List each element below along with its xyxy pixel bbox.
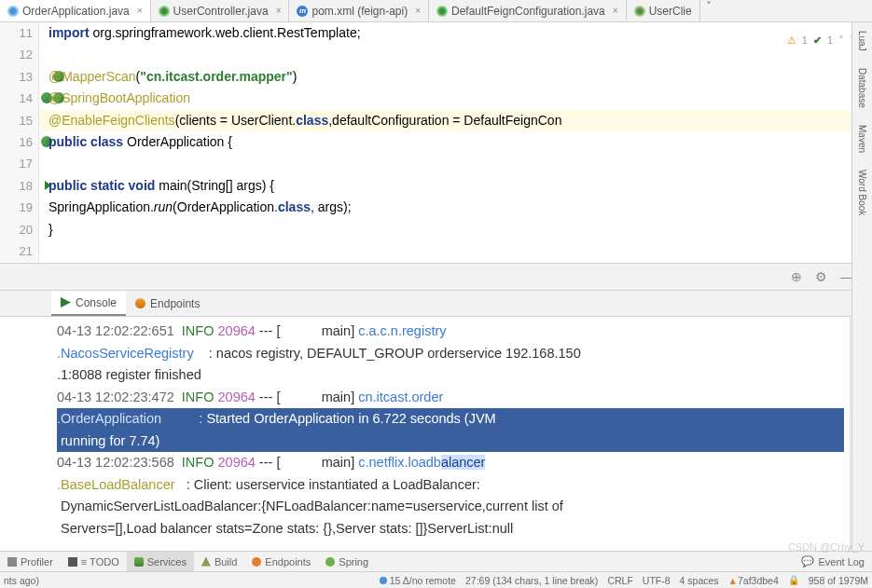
console-tab-endpoints[interactable]: Endpoints — [126, 291, 209, 316]
log-line: .1:8088 register finished — [57, 364, 844, 387]
toolwindow-label: Services — [147, 556, 187, 567]
caret-position[interactable]: 27:69 (134 chars, 1 line break) — [465, 575, 598, 586]
line-separator[interactable]: CRLF — [607, 575, 632, 586]
tab-overflow-icon[interactable]: ˅ — [700, 0, 717, 21]
target-icon[interactable]: ⊕ — [791, 269, 802, 284]
log-line: 04-13 12:02:22:651 INFO 20964 --- [ main… — [57, 321, 844, 343]
int-file-icon — [634, 6, 645, 17]
close-icon[interactable]: × — [276, 6, 282, 16]
status-bar: nts ago) 15 Δ/no remote 27:69 (134 chars… — [0, 571, 872, 588]
lock-icon[interactable]: 🔒 — [788, 575, 799, 585]
toolwindow-label: Profiler — [21, 556, 53, 567]
tab-label: UserClie — [649, 5, 692, 18]
log-line: Servers=[],Load balancer stats=Zone stat… — [57, 518, 844, 540]
memory[interactable]: 958 of 1979M — [809, 575, 868, 586]
line-number[interactable]: 19 — [0, 197, 33, 218]
log-line: .NacosServiceRegistry : nacos registry, … — [57, 343, 844, 365]
line-number[interactable]: 15 — [0, 110, 33, 131]
gutter: 1112131415161718192021 — [0, 22, 39, 263]
console-tab-label: Endpoints — [150, 297, 200, 310]
code-line: SpringApplication.run(OrderApplication.c… — [48, 197, 872, 218]
close-icon[interactable]: × — [415, 6, 421, 16]
ep2-icon — [252, 557, 261, 567]
toolwindow-services[interactable]: Services — [127, 552, 194, 571]
code-line — [48, 240, 872, 262]
event-icon: 💬 — [801, 555, 814, 567]
toolwindow-label: Build — [215, 556, 237, 567]
log-line: DynamicServerListLoadBalancer:{NFLoadBal… — [57, 496, 844, 518]
tab-userclie[interactable]: UserClie — [627, 0, 700, 21]
line-number[interactable]: 13 — [0, 66, 33, 88]
line-number[interactable]: 21 — [0, 240, 33, 262]
tab-label: DefaultFeignConfiguration.java — [451, 5, 605, 18]
play-icon — [61, 297, 71, 308]
inspection-widget[interactable]: ⚠1 ✔1 ˄ ˅ — [787, 30, 855, 51]
toolwindow-profiler[interactable]: Profiler — [0, 552, 61, 571]
log-line: 04-13 12:02:23:472 INFO 20964 --- [ main… — [57, 387, 844, 409]
close-icon[interactable]: × — [613, 6, 618, 16]
toolwindow-label: ≡ TODO — [81, 556, 119, 567]
console-tabs: ConsoleEndpoints — [0, 291, 872, 317]
editor: 1112131415161718192021 ⚠1 ✔1 ˄ ˅ import … — [0, 22, 872, 263]
event-log-label: Event Log — [818, 556, 865, 567]
chevron-up-icon[interactable]: ˄ — [838, 30, 844, 51]
toolwindow-todo[interactable]: ≡ TODO — [61, 552, 127, 571]
encoding[interactable]: UTF-8 — [643, 575, 671, 586]
log-line: running for 7.74) — [57, 431, 844, 453]
ok-icon: ✔ — [813, 30, 822, 51]
code-line: public class OrderApplication { — [48, 131, 872, 153]
line-number[interactable]: 14 — [0, 88, 33, 109]
tab-usercontroller[interactable]: UserController.java× — [151, 0, 290, 21]
tool-maven[interactable]: Maven — [857, 122, 867, 156]
status-left: nts ago) — [4, 575, 39, 586]
git-branch[interactable]: ▲7af3dbe4 — [728, 575, 779, 586]
indent[interactable]: 4 spaces — [680, 575, 719, 586]
ok-count: 1 — [827, 30, 833, 51]
prof-icon — [7, 557, 17, 567]
line-number[interactable]: 11 — [0, 22, 33, 44]
log-line: .BaseLoadBalancer : Client: userservice … — [57, 474, 844, 497]
console-output[interactable]: 04-13 12:02:22:651 INFO 20964 --- [ main… — [51, 317, 850, 550]
line-number[interactable]: 18 — [0, 175, 33, 197]
code-line: @EnableFeignClients(clients = UserClient… — [39, 110, 872, 131]
event-log[interactable]: 💬Event Log — [794, 552, 872, 571]
tab-pom[interactable]: mpom.xml (feign-api)× — [289, 0, 429, 21]
code-line — [48, 44, 872, 65]
warn-count: 1 — [802, 30, 808, 51]
ep-icon — [135, 298, 145, 308]
tab-label: OrderApplication.java — [22, 5, 130, 18]
right-tool-strip: LuaJDatabaseMavenWord Book — [851, 22, 872, 570]
line-number[interactable]: 12 — [0, 44, 33, 65]
toolwindow-label: Endpoints — [265, 556, 311, 567]
git-status[interactable]: 15 Δ/no remote — [380, 575, 456, 586]
toolwindow-spring[interactable]: Spring — [318, 552, 376, 571]
tool-panel-header: ⊕ ⚙ — — [0, 263, 872, 291]
tool-luaj[interactable]: LuaJ — [857, 28, 867, 54]
serv-icon — [134, 557, 144, 567]
toolwindow-endpoints[interactable]: Endpoints — [244, 552, 318, 571]
bottom-tool-bar: Profiler≡ TODO Services Build Endpoints … — [0, 551, 872, 571]
console-tab-label: Console — [76, 296, 117, 309]
warn-icon: ⚠ — [787, 30, 796, 51]
warn-triangle-icon: ▲ — [728, 575, 738, 586]
line-number[interactable]: 16 — [0, 131, 33, 153]
tool-word-book[interactable]: Word Book — [857, 167, 867, 218]
tool-database[interactable]: Database — [857, 65, 867, 111]
gear-icon[interactable]: ⚙ — [815, 269, 827, 284]
close-icon[interactable]: × — [137, 6, 143, 16]
tab-defaultfeignconfiguration[interactable]: DefaultFeignConfiguration.java× — [429, 0, 627, 21]
console-tab-console[interactable]: Console — [51, 291, 126, 316]
code-line: import org.springframework.web.client.Re… — [48, 22, 872, 44]
code-area[interactable]: ⚠1 ✔1 ˄ ˅ import org.springframework.web… — [39, 22, 872, 263]
tab-orderapplication[interactable]: OrderApplication.java× — [0, 0, 151, 21]
git-dot-icon — [380, 577, 387, 584]
code-line — [48, 153, 872, 174]
line-number[interactable]: 20 — [0, 219, 33, 240]
spring-icon — [325, 557, 335, 567]
toolwindow-build[interactable]: Build — [194, 552, 244, 571]
build-icon — [201, 557, 211, 567]
console-body: 04-13 12:02:22:651 INFO 20964 --- [ main… — [0, 317, 872, 550]
class-file-icon — [436, 6, 448, 17]
line-number[interactable]: 17 — [0, 153, 33, 174]
log-line: 04-13 12:02:23:568 INFO 20964 --- [ main… — [57, 452, 844, 474]
